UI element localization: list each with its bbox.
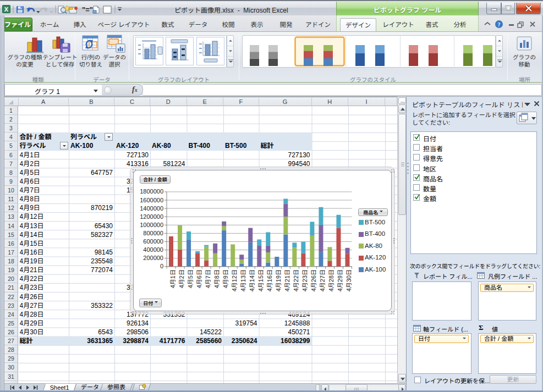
svg-text:X: X [4,6,9,13]
svg-text:?: ? [498,21,501,27]
svg-text:"=": "=" [82,5,93,14]
